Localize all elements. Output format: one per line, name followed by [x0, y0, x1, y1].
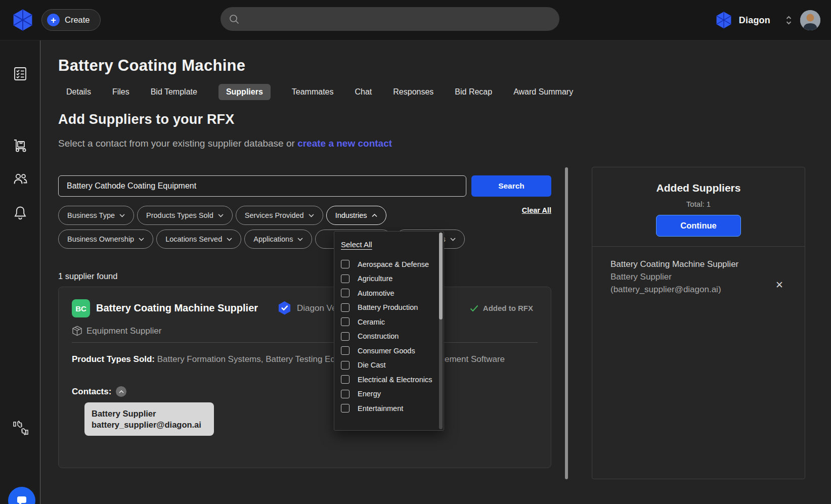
tab-details[interactable]: Details [66, 84, 91, 100]
added-supplier-name: Battery Coating Machine Supplier [610, 258, 786, 270]
checkbox[interactable] [341, 332, 349, 341]
sidebar [0, 40, 40, 504]
tab-suppliers[interactable]: Suppliers [218, 84, 271, 100]
sidebar-item-notifications[interactable] [12, 205, 28, 221]
checkbox[interactable] [341, 375, 349, 384]
industry-option-aerospace-defense[interactable]: Aerospace & Defense [341, 260, 444, 268]
card-divider [72, 342, 538, 343]
user-avatar[interactable] [800, 10, 820, 30]
select-all-link[interactable]: Select All [341, 240, 372, 249]
remove-supplier-icon[interactable]: ✕ [775, 280, 783, 290]
added-supplier-contact-name: Battery Supplier [610, 270, 786, 283]
product-types-value: Battery Formation Systems, Battery Testi… [155, 354, 505, 364]
plus-icon: + [47, 14, 60, 26]
chevron-down-icon [119, 214, 125, 217]
panel-total: Total: 1 [592, 200, 805, 208]
sidebar-item-suppliers[interactable] [12, 137, 28, 153]
check-icon [470, 305, 478, 312]
checkbox[interactable] [341, 303, 349, 312]
chat-widget-button[interactable] [8, 487, 35, 504]
product-types: Product Types Sold: Battery Formation Sy… [72, 353, 517, 366]
avatar-photo [800, 10, 820, 30]
industry-option-consumer-goods[interactable]: Consumer Goods [341, 346, 444, 355]
industry-option-energy[interactable]: Energy [341, 390, 444, 398]
search-button[interactable]: Search [471, 175, 551, 197]
sidebar-item-rfx-list[interactable] [12, 66, 28, 82]
contacts-row: Contacts: [72, 386, 126, 397]
added-supplier-contact-email: (battery_supplier@diagon.ai) [610, 283, 786, 296]
tab-files[interactable]: Files [112, 84, 129, 100]
contact-chip[interactable]: Battery Supplier battery_supplier@diagon… [84, 402, 214, 436]
workspace-select-chevrons-icon[interactable] [785, 16, 792, 25]
chevron-down-icon [297, 238, 303, 241]
checkbox[interactable] [341, 361, 349, 370]
industry-option-automotive[interactable]: Automotive [341, 289, 444, 297]
diagon-logo-icon[interactable] [11, 8, 34, 32]
continue-button[interactable]: Continue [656, 215, 741, 237]
filter-business-type[interactable]: Business Type [58, 206, 134, 225]
app-screen: + Create Diagon [0, 0, 831, 504]
filter-products-types-sold[interactable]: Products Types Sold [137, 206, 233, 225]
tab-bid-recap[interactable]: Bid Recap [455, 84, 492, 100]
product-types-label: Product Types Sold: [72, 354, 155, 364]
checkbox[interactable] [341, 390, 349, 398]
checkbox[interactable] [341, 346, 349, 355]
checkbox[interactable] [341, 274, 349, 283]
results-scrollbar[interactable] [565, 167, 568, 479]
filter-row-1: Business Type Products Types Sold Servic… [58, 206, 386, 225]
dropdown-scrollbar-track[interactable] [439, 233, 443, 429]
tab-award-summary[interactable]: Award Summary [513, 84, 573, 100]
supplier-initials-badge: BC [72, 299, 90, 317]
tab-chat[interactable]: Chat [355, 84, 372, 100]
topbar: + Create Diagon [0, 0, 831, 40]
checkbox[interactable] [341, 260, 349, 268]
added-to-rfx-flag: Added to RFX [470, 304, 533, 312]
contacts-collapse-toggle[interactable] [116, 386, 126, 397]
sidebar-item-contacts[interactable] [12, 171, 28, 187]
tab-teammates[interactable]: Teammates [292, 84, 334, 100]
tab-bid-template[interactable]: Bid Template [151, 84, 197, 100]
chevron-down-icon [309, 214, 314, 217]
filter-services-provided[interactable]: Services Provided [236, 206, 323, 225]
filter-business-ownership[interactable]: Business Ownership [58, 230, 153, 249]
chevron-down-icon [450, 238, 456, 241]
verified-hexagon-check-icon [277, 300, 292, 316]
industry-option-ceramic[interactable]: Ceramic [341, 317, 444, 326]
workspace-name: Diagon [739, 15, 770, 26]
create-button[interactable]: + Create [41, 9, 101, 31]
tab-responses[interactable]: Responses [393, 84, 433, 100]
workspace-switcher[interactable]: Diagon [715, 0, 820, 40]
feedback-thumbs-icon[interactable] [12, 421, 29, 436]
supplier-card: BC Battery Coating Machine Supplier Diag… [58, 287, 551, 468]
result-count: 1 supplier found [58, 271, 117, 281]
supplier-search-input[interactable] [58, 175, 466, 197]
chevron-down-icon [218, 214, 224, 217]
industry-option-agriculture[interactable]: Agriculture [341, 274, 444, 283]
section-heading: Add Suppliers to your RFX [58, 112, 235, 127]
industry-option-construction[interactable]: Construction [341, 332, 444, 341]
checkbox[interactable] [341, 404, 349, 413]
checkbox[interactable] [341, 317, 349, 326]
filter-locations-served[interactable]: Locations Served [156, 230, 241, 249]
section-subtitle: Select a contact from your existing supp… [58, 138, 392, 149]
dropdown-scrollbar-thumb[interactable] [439, 233, 443, 319]
global-search-bar[interactable] [221, 7, 559, 31]
page-title: Battery Coating Machine [58, 57, 245, 75]
chat-bubble-icon [15, 494, 28, 504]
package-icon [72, 326, 82, 337]
contact-email: battery_supplier@diagon.ai [92, 419, 207, 430]
industry-option-electrical-electronics[interactable]: Electrical & Electronics [341, 375, 444, 384]
industry-option-die-cast[interactable]: Die Cast [341, 361, 444, 370]
checkbox[interactable] [341, 289, 349, 297]
filter-industries[interactable]: Industries [326, 206, 386, 225]
industries-dropdown: Select All Aerospace & Defense Agricultu… [334, 231, 444, 431]
industry-option-battery-production[interactable]: Battery Production [341, 303, 444, 312]
create-button-label: Create [65, 15, 90, 25]
industry-option-entertainment[interactable]: Entertainment [341, 404, 444, 413]
filter-applications[interactable]: Applications [244, 230, 312, 249]
supplier-category: Equipment Supplier [72, 326, 161, 337]
added-supplier-entry: Battery Coating Machine Supplier Battery… [592, 247, 805, 296]
clear-all-filters-link[interactable]: Clear All [520, 206, 551, 214]
create-new-contact-link[interactable]: create a new contact [297, 138, 392, 149]
global-search-input[interactable] [245, 15, 551, 24]
